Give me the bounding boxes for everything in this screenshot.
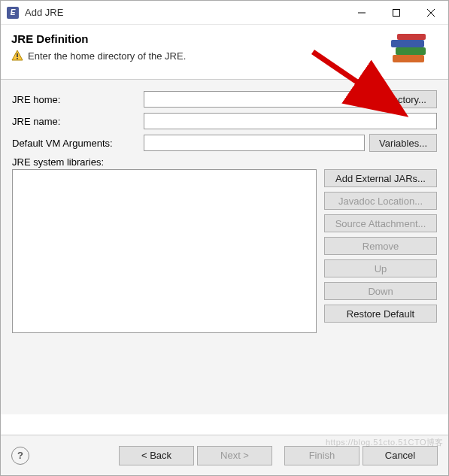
books-icon: [388, 32, 433, 70]
page-title: JRE Definition: [11, 32, 388, 45]
svg-rect-6: [17, 58, 18, 59]
javadoc-button[interactable]: Javadoc Location...: [324, 192, 437, 210]
up-button[interactable]: Up: [324, 259, 437, 277]
svg-rect-9: [391, 40, 424, 47]
warning-icon: [11, 50, 23, 62]
add-external-button[interactable]: Add External JARs...: [324, 169, 437, 187]
svg-rect-8: [396, 47, 426, 55]
window-title: Add JRE: [25, 7, 344, 18]
wizard-banner: JRE Definition Enter the home directory …: [1, 25, 448, 79]
libraries-buttons: Add External JARs... Javadoc Location...…: [324, 169, 437, 333]
libraries-area: Add External JARs... Javadoc Location...…: [12, 169, 437, 333]
jre-home-label: JRE home:: [12, 94, 144, 105]
back-button[interactable]: < Back: [119, 446, 194, 465]
down-button[interactable]: Down: [324, 282, 437, 300]
banner-message: Enter the home directory of the JRE.: [28, 50, 186, 62]
finish-button[interactable]: Finish: [284, 446, 360, 465]
jre-name-row: JRE name:: [12, 113, 437, 129]
source-button[interactable]: Source Attachment...: [324, 214, 437, 232]
svg-rect-1: [393, 9, 400, 16]
title-bar: E Add JRE: [1, 1, 448, 25]
directory-button[interactable]: Directory...: [369, 90, 437, 108]
svg-rect-10: [397, 34, 426, 40]
cancel-button[interactable]: Cancel: [363, 446, 438, 465]
remove-button[interactable]: Remove: [324, 237, 437, 255]
eclipse-icon: E: [7, 7, 19, 19]
svg-rect-5: [17, 53, 18, 57]
restore-button[interactable]: Restore Default: [324, 305, 437, 323]
help-icon[interactable]: ?: [11, 447, 29, 465]
vm-args-input[interactable]: [144, 135, 365, 151]
libraries-label: JRE system libraries:: [12, 156, 437, 168]
jre-home-row: JRE home: Directory...: [12, 90, 437, 108]
window-controls: [344, 1, 448, 25]
jre-name-label: JRE name:: [12, 116, 144, 127]
form-area: JRE home: Directory... JRE name: Default…: [1, 80, 448, 414]
libraries-list[interactable]: [12, 169, 317, 333]
jre-name-input[interactable]: [144, 113, 437, 129]
variables-button[interactable]: Variables...: [369, 134, 437, 152]
svg-rect-7: [393, 55, 424, 62]
watermark: https://blog.51cto.51CTO博客: [326, 437, 444, 448]
vm-args-label: Default VM Arguments:: [12, 138, 144, 149]
maximize-button[interactable]: [379, 1, 414, 25]
minimize-button[interactable]: [344, 1, 379, 25]
close-button[interactable]: [414, 1, 448, 25]
jre-home-input[interactable]: [144, 91, 365, 108]
vm-args-row: Default VM Arguments: Variables...: [12, 134, 437, 152]
next-button[interactable]: Next >: [197, 446, 272, 465]
